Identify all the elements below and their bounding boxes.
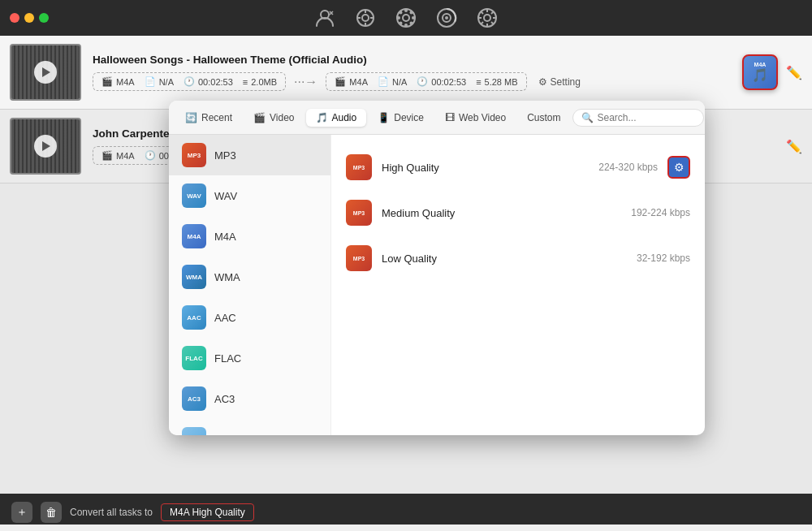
device-tab-icon: 📱 [378, 112, 390, 123]
tab-webvideo[interactable]: 🎞 Web Video [435, 109, 516, 127]
svg-point-9 [404, 9, 408, 12]
quality-settings-button[interactable]: ⚙ [667, 156, 690, 179]
search-icon: 🔍 [581, 112, 594, 123]
format-item-flac[interactable]: FLAC FLAC [169, 338, 330, 378]
minimize-button[interactable] [24, 13, 34, 23]
dest-meta: 🎬 M4A 📄 N/A 🕐 00:02:53 ≡ 5.28 MB [326, 72, 526, 91]
dst-pages: 📄 N/A [378, 76, 407, 87]
mp3-icon: MP3 [182, 143, 206, 167]
src-format-2: 🎬 M4A [102, 150, 135, 161]
pages-icon: 📄 [145, 76, 156, 87]
dropdown-body: MP3 MP3 WAV WAV M4A M4A WMA WMA AAC AA [169, 135, 705, 435]
format-dropdown: 🔄 Recent 🎬 Video 🎵 Audio 📱 Device 🎞 Web … [169, 101, 705, 435]
format-item-m4a[interactable]: M4A M4A [169, 216, 330, 257]
video-tab-icon: 🎬 [253, 112, 266, 123]
main-content: Halloween Songs - Halloween Theme (Offic… [0, 36, 812, 531]
tab-device[interactable]: 📱 Device [368, 109, 434, 127]
tab-recent[interactable]: 🔄 Recent [175, 109, 242, 127]
src-size: ≡ 2.0MB [243, 76, 277, 87]
quality-item-medium[interactable]: MP3 Medium Quality 192-224 kbps [331, 190, 705, 235]
svg-point-11 [397, 16, 400, 19]
aac-icon: AAC [182, 305, 206, 330]
aiff-icon: AIFF [182, 427, 206, 435]
video-nav-icon[interactable] [393, 5, 419, 31]
ac3-icon: AC3 [182, 386, 206, 411]
clock-icon: 🕐 [184, 76, 195, 87]
track-info: Halloween Songs - Halloween Theme (Offic… [81, 54, 742, 91]
maximize-button[interactable] [39, 13, 49, 23]
tab-search: 🔍 [572, 109, 704, 127]
svg-line-26 [481, 11, 483, 14]
gear-icon-2: ⚙ [674, 161, 685, 174]
size-icon-2: ≡ [476, 77, 481, 87]
track-row-3: Halloween - Sou... 🎬 MP4 🕐 00:02:57 ✏️ [0, 525, 812, 531]
tab-audio[interactable]: 🎵 Audio [306, 109, 367, 127]
svg-point-19 [445, 16, 448, 19]
webvideo-tab-icon: 🎞 [445, 112, 455, 123]
medium-quality-icon: MP3 [346, 200, 372, 226]
convert-target[interactable]: M4A High Quality [161, 503, 254, 521]
convert-label: Convert all tasks to [70, 507, 153, 518]
titlebar [0, 0, 812, 36]
high-quality-icon: MP3 [346, 154, 372, 180]
clock-icon-2: 🕐 [417, 76, 428, 87]
format-item-wav[interactable]: WAV WAV [169, 175, 330, 216]
track-title: Halloween Songs - Halloween Theme (Offic… [93, 54, 742, 66]
edit-icon-2[interactable]: ✏️ [786, 139, 802, 154]
convert-nav-icon[interactable] [474, 5, 500, 31]
src-duration: 🕐 00:02:53 [184, 76, 233, 87]
close-button[interactable] [10, 13, 19, 23]
format-badge[interactable]: M4A 🎵 [742, 54, 778, 90]
dst-format: 🎬 M4A [335, 76, 368, 87]
pages-icon-2: 📄 [378, 76, 389, 87]
format-item-aac[interactable]: AAC AAC [169, 297, 330, 338]
low-quality-icon: MP3 [346, 245, 372, 271]
track-row: Halloween Songs - Halloween Theme (Offic… [0, 36, 812, 110]
svg-point-21 [484, 15, 490, 21]
flac-icon: FLAC [182, 346, 206, 370]
nav-icons [312, 5, 500, 31]
profile-nav-icon[interactable] [312, 5, 338, 31]
tab-video[interactable]: 🎬 Video [244, 109, 304, 127]
delete-button[interactable]: 🗑 [41, 502, 62, 523]
traffic-lights [10, 13, 49, 23]
track-thumbnail[interactable] [10, 44, 81, 101]
audio-nav-icon[interactable] [434, 5, 460, 31]
tab-custom[interactable]: Custom [517, 109, 570, 127]
play-button-2[interactable] [34, 135, 57, 158]
track-meta: 🎬 M4A 📄 N/A 🕐 00:02:53 ≡ 2.0MB [93, 72, 742, 91]
track-thumbnail-2[interactable] [10, 118, 81, 175]
svg-point-12 [412, 16, 415, 19]
quality-item-high[interactable]: MP3 High Quality 224-320 kbps ⚙ [331, 145, 705, 190]
audio-tab-icon: 🎵 [316, 112, 328, 123]
film-icon-3: 🎬 [102, 150, 113, 161]
recent-icon: 🔄 [185, 112, 197, 123]
dst-duration: 🕐 00:02:53 [417, 76, 466, 87]
clock-icon-3: 🕐 [145, 150, 156, 161]
svg-line-29 [481, 22, 483, 24]
m4a-icon: M4A [182, 224, 206, 248]
svg-point-16 [400, 22, 403, 25]
play-button[interactable] [34, 61, 57, 84]
svg-point-2 [362, 15, 369, 21]
settings-nav-icon[interactable] [352, 5, 378, 31]
dropdown-tabs: 🔄 Recent 🎬 Video 🎵 Audio 📱 Device 🎞 Web … [169, 101, 705, 135]
format-item-ac3[interactable]: AC3 AC3 [169, 378, 330, 419]
wav-icon: WAV [182, 183, 206, 208]
search-input[interactable] [598, 112, 695, 123]
wma-icon: WMA [182, 265, 206, 289]
svg-point-8 [403, 15, 409, 21]
format-item-mp3[interactable]: MP3 MP3 [169, 135, 330, 175]
quality-item-low[interactable]: MP3 Low Quality 32-192 kbps [331, 235, 705, 281]
svg-point-10 [404, 24, 408, 27]
setting-button[interactable]: ⚙ Setting [532, 73, 587, 91]
format-item-aiff[interactable]: AIFF AIFF [169, 419, 330, 435]
edit-icon[interactable]: ✏️ [786, 65, 802, 80]
svg-point-15 [410, 11, 413, 15]
add-button[interactable]: ＋ [11, 502, 32, 523]
svg-line-28 [491, 11, 494, 14]
size-icon: ≡ [243, 77, 248, 87]
svg-line-27 [491, 22, 494, 24]
film-icon: 🎬 [102, 76, 113, 87]
format-item-wma[interactable]: WMA WMA [169, 257, 330, 297]
